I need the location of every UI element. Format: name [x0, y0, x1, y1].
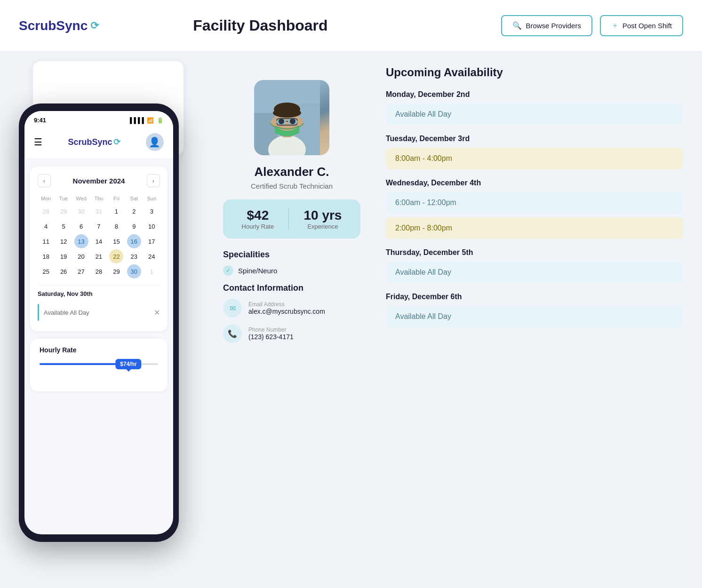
stat-divider [288, 208, 289, 230]
specialty-name: Spine/Neuro [238, 267, 277, 275]
avail-day-section: Friday, December 6thAvailable All Day [386, 293, 683, 327]
cal-day[interactable]: 11 [39, 234, 53, 248]
cal-day[interactable]: 1 [109, 204, 123, 218]
rate-slider-thumb[interactable]: $74/hr [115, 359, 141, 369]
avail-day-name: Friday, December 6th [386, 293, 683, 301]
cal-day[interactable]: 23 [127, 249, 141, 263]
cal-header-fri: Fri [108, 194, 125, 203]
experience-label: Experience [303, 223, 342, 230]
cal-day[interactable]: 19 [56, 249, 71, 263]
avail-slot-box[interactable]: 8:00am - 4:00pm [386, 148, 683, 169]
cal-day[interactable]: 10 [144, 219, 159, 233]
phone-icon: 📞 [223, 324, 242, 343]
cal-day[interactable]: 4 [39, 219, 53, 233]
cal-day[interactable]: 25 [39, 264, 53, 278]
avatar[interactable]: 👤 [146, 133, 164, 151]
phone-screen: 9:41 ▐▐▐▐ 📶 🔋 ☰ ScrubSync⟳ 👤 [24, 111, 173, 534]
top-actions: 🔍 Browse Providers ＋ Post Open Shift [501, 15, 683, 36]
avail-day-section: Monday, December 2ndAvailable All Day [386, 90, 683, 125]
phone-contact: 📞 Phone Number (123) 623-4171 [223, 324, 360, 343]
cal-day-16[interactable]: 16 [127, 234, 141, 248]
cal-day-22[interactable]: 22 [109, 249, 123, 263]
cal-day[interactable]: 12 [56, 234, 71, 248]
specialty-check-icon: ✓ [223, 265, 233, 276]
avail-slot-box[interactable]: Available All Day [386, 103, 683, 125]
cal-header-thu: Thu [90, 194, 107, 203]
avail-slot-box[interactable]: 2:00pm - 8:00pm [386, 217, 683, 239]
logo-icon: ⟳ [90, 20, 99, 32]
contact-section: Contact Information ✉ Email Address alex… [223, 283, 360, 343]
availability-panel: Upcoming Availability Monday, December 2… [386, 66, 683, 574]
avail-day-name: Tuesday, December 3rd [386, 135, 683, 143]
cal-day[interactable]: 30 [74, 204, 88, 218]
contact-title: Contact Information [223, 283, 360, 293]
svg-point-15 [297, 118, 303, 127]
provider-name: Alexander C. [223, 165, 360, 179]
cal-day[interactable]: 8 [109, 219, 123, 233]
cal-day[interactable]: 5 [56, 219, 71, 233]
email-contact: ✉ Email Address alex.c@myscrubsync.com [223, 299, 360, 318]
calendar-next-button[interactable]: › [147, 174, 160, 187]
specialty-item: ✓ Spine/Neuro [223, 265, 360, 276]
phone-header: ☰ ScrubSync⟳ 👤 [24, 127, 173, 159]
email-info: Email Address alex.c@myscrubsync.com [248, 301, 325, 315]
cal-day[interactable]: 3 [144, 204, 159, 218]
phone-logo: ScrubSync⟳ [68, 137, 120, 147]
page-title: Facility Dashboard [193, 17, 327, 34]
cal-day[interactable]: 7 [92, 219, 106, 233]
cal-day[interactable]: 29 [56, 204, 71, 218]
email-value[interactable]: alex.c@myscrubsync.com [248, 308, 325, 315]
cal-day[interactable]: 18 [39, 249, 53, 263]
avail-slot-box[interactable]: 6:00am - 12:00pm [386, 192, 683, 214]
provider-stats: $42 Hourly Rate 10 yrs Experience [223, 199, 360, 238]
avail-slot-box[interactable]: Available All Day [386, 306, 683, 327]
logo: ScrubSync ⟳ [19, 18, 99, 33]
provider-card: Alexander C. Certified Scrub Technician … [212, 66, 372, 364]
cal-day[interactable]: 21 [92, 249, 106, 263]
post-open-shift-button[interactable]: ＋ Post Open Shift [600, 15, 683, 36]
phone-info: Phone Number (123) 623-4171 [248, 326, 294, 341]
specialities-title: Specialities [223, 250, 360, 260]
avatar-icon: 👤 [149, 136, 160, 148]
browse-providers-button[interactable]: 🔍 Browse Providers [501, 15, 592, 36]
cal-day[interactable]: 26 [56, 264, 71, 278]
specialities-list: ✓ Spine/Neuro [223, 265, 360, 276]
cal-day[interactable]: 6 [74, 219, 88, 233]
cal-day[interactable]: 1 [144, 264, 159, 278]
availability-title: Upcoming Availability [386, 66, 683, 79]
cal-day[interactable]: 15 [109, 234, 123, 248]
cal-day[interactable]: 2 [127, 204, 141, 218]
cal-day-13[interactable]: 13 [74, 234, 88, 248]
avail-day-name: Wednesday, December 4th [386, 179, 683, 187]
cal-header-sat: Sat [126, 194, 142, 203]
cal-day[interactable]: 28 [39, 204, 53, 218]
cal-day[interactable]: 20 [74, 249, 88, 263]
hourly-rate-value: $42 [242, 208, 274, 223]
cal-day[interactable]: 24 [144, 249, 159, 263]
provider-panel: Alexander C. Certified Scrub Technician … [212, 66, 372, 574]
calendar-prev-button[interactable]: ‹ [38, 174, 51, 187]
hourly-rate-stat: $42 Hourly Rate [242, 208, 274, 230]
avail-slot-box[interactable]: Available All Day [386, 262, 683, 283]
signal-icon: ▐▐▐▐ [128, 117, 144, 124]
calendar-grid: Mon Tue Wed Thu Fri Sat Sun 28 29 30 31 … [38, 194, 160, 278]
cal-day[interactable]: 17 [144, 234, 159, 248]
cal-day[interactable]: 31 [92, 204, 106, 218]
cal-day[interactable]: 29 [109, 264, 123, 278]
main-content: ScrubSync⟳ 9:41 ▐▐▐▐ 📶 🔋 ☰ [0, 52, 702, 588]
wifi-icon: 📶 [147, 117, 154, 124]
rate-card: Hourly Rate $74/hr [30, 339, 168, 391]
cal-day[interactable]: 9 [127, 219, 141, 233]
avail-close-button[interactable]: ✕ [154, 308, 160, 317]
cal-day[interactable]: 28 [92, 264, 106, 278]
phone-value[interactable]: (123) 623-4171 [248, 333, 294, 341]
cal-day[interactable]: 14 [92, 234, 106, 248]
hamburger-icon[interactable]: ☰ [34, 136, 42, 148]
cal-day[interactable]: 27 [74, 264, 88, 278]
avail-day-section: Tuesday, December 3rd8:00am - 4:00pm [386, 135, 683, 169]
cal-day-30[interactable]: 30 [127, 264, 141, 278]
status-icons: ▐▐▐▐ 📶 🔋 [128, 117, 164, 124]
experience-value: 10 yrs [303, 208, 342, 223]
phone-time: 9:41 [34, 117, 46, 124]
avail-day-name: Monday, December 2nd [386, 90, 683, 99]
